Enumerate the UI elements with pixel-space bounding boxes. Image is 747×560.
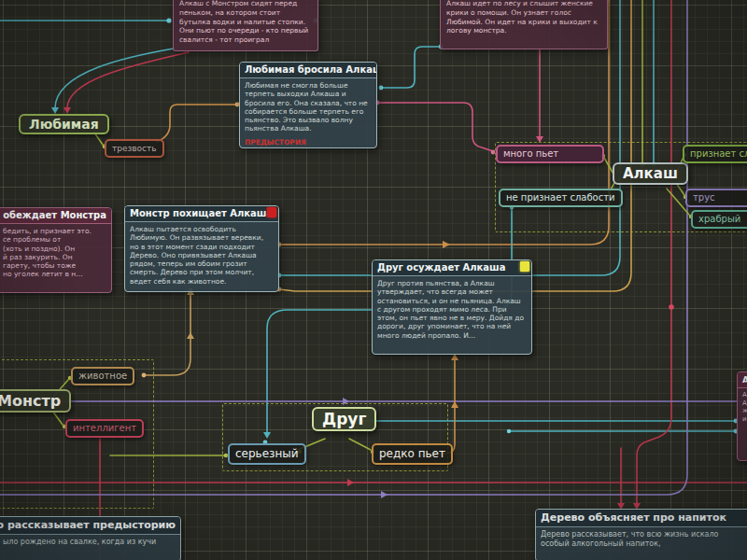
tag-intelligent[interactable]: интеллигент xyxy=(65,419,144,438)
note-card-forest-screams[interactable]: Алкаш идет по лесу и слышит женские крик… xyxy=(440,0,608,49)
yellow-marker-icon xyxy=(520,261,529,272)
tag-label: признает сла xyxy=(690,148,747,159)
character-node-drug[interactable]: Друг xyxy=(312,407,376,431)
tag-trus[interactable]: трус xyxy=(685,189,747,207)
node-title: Дерево объясняет про напиток xyxy=(536,510,747,527)
node-title: о рассказывает предысторию xyxy=(0,517,180,535)
tag-mnogo-pyot[interactable]: много пьет xyxy=(496,145,604,163)
node-body: Дерево рассказывает, что всю жизнь искал… xyxy=(536,527,747,552)
tag-label: редко пьет xyxy=(379,447,445,460)
node-right-edge-clipped[interactable]: А А А ж и xyxy=(737,371,747,461)
character-label: Друг xyxy=(322,410,366,428)
tag-redko-pyot[interactable]: редко пьет xyxy=(372,443,453,465)
note-card-drinking-duel[interactable]: Алкаш с Монстром сидят перед пеньком, на… xyxy=(173,0,318,51)
wire-arrowheads xyxy=(51,107,641,510)
graph-canvas[interactable]: Алкаш с Монстром сидят перед пеньком, на… xyxy=(0,0,747,560)
tag-label: много пьет xyxy=(503,148,558,159)
tag-label: животное xyxy=(78,371,127,381)
tag-label: храбрый xyxy=(698,214,740,224)
character-node-alkash[interactable]: Алкаш xyxy=(613,162,688,185)
node-drug-osuzhdaet[interactable]: Друг осуждает Алкаша Друг против пьянств… xyxy=(372,259,532,355)
tag-label: интеллигент xyxy=(73,423,136,433)
node-body: Алкаш пытается освободить Любимую. Он ра… xyxy=(125,222,278,288)
character-node-lyubimaya[interactable]: Любимая xyxy=(19,114,109,134)
character-node-monstr[interactable]: Монстр xyxy=(0,389,71,413)
node-body: бедить, и признает это. се проблемы от (… xyxy=(0,224,111,282)
tag-zhivotnoe[interactable]: животное xyxy=(71,367,134,385)
note-text: Алкаш идет по лесу и слышит женские крик… xyxy=(446,0,598,35)
node-title: Монстр похищает Алкаша xyxy=(125,206,278,222)
node-title: Друг осуждает Алкаша xyxy=(373,260,531,276)
node-body: ыло рождено на свалке, когда из кучи xyxy=(0,535,180,550)
node-title: Любимая бросила Алкаша xyxy=(240,63,376,78)
tag-sereznyy[interactable]: серьезный xyxy=(228,443,306,465)
node-title: обеждает Монстра xyxy=(0,208,111,224)
tag-khrabryy[interactable]: храбрый xyxy=(691,210,747,229)
tag-label: трезвость xyxy=(112,144,157,153)
node-lyubimaya-brosila[interactable]: Любимая бросила Алкаша Любимая не смогла… xyxy=(239,62,377,148)
node-body: Любимая не смогла больше терпеть выходки… xyxy=(240,78,376,136)
tag-trezvost[interactable]: трезвость xyxy=(105,139,164,158)
node-body: Друг против пьянства, а Алкаш утверждает… xyxy=(373,276,531,343)
node-footer-predystoriya: ПРЕДЫСТОРИЯ xyxy=(240,136,376,148)
character-label: Алкаш xyxy=(623,165,678,182)
tag-label: трус xyxy=(693,192,715,203)
node-rasskazyvaet-predystoriyu[interactable]: о рассказывает предысторию ыло рождено н… xyxy=(0,516,181,560)
node-monstr-pohishchaet[interactable]: Монстр похищает Алкаша Алкаш пытается ос… xyxy=(124,205,279,292)
character-label: Любимая xyxy=(29,117,99,132)
node-title: А xyxy=(738,372,747,388)
character-label: Монстр xyxy=(0,392,61,410)
node-derevo-obyasnyaet[interactable]: Дерево объясняет про напиток Дерево расс… xyxy=(535,509,747,560)
tag-label: не признает слабости xyxy=(506,192,615,203)
tag-priznaet-slabosti[interactable]: признает сла xyxy=(683,145,747,163)
node-body: А А ж и xyxy=(738,388,747,427)
note-text: Алкаш с Монстром сидят перед пеньком, на… xyxy=(179,0,308,44)
node-pobezhdaet-monstra[interactable]: обеждает Монстра бедить, и признает это.… xyxy=(0,207,112,293)
tag-label: серьезный xyxy=(235,447,299,460)
red-marker-icon xyxy=(267,207,276,217)
tag-ne-priznaet-slabosti[interactable]: не признает слабости xyxy=(499,189,623,207)
